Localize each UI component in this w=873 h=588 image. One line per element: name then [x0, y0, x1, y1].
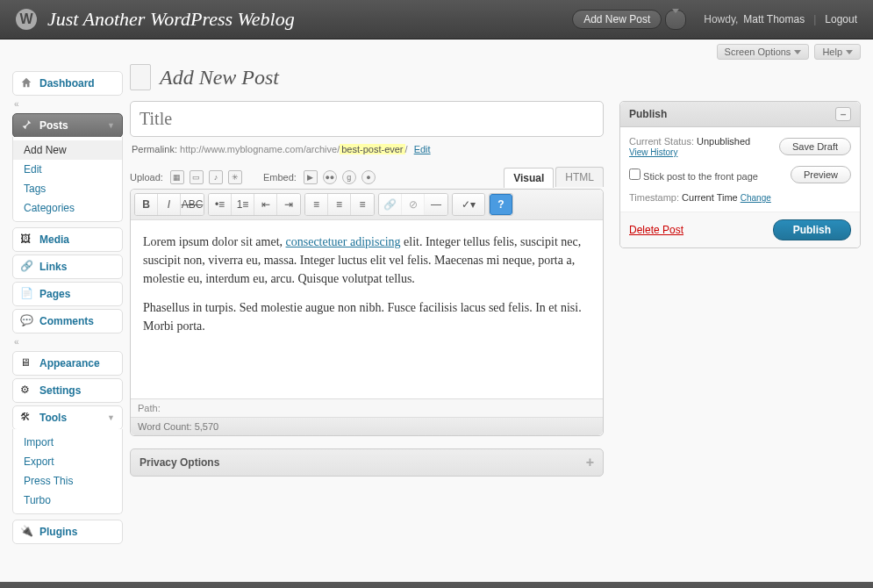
stick-post-checkbox[interactable] — [629, 169, 640, 180]
sidebar-item-label: Media — [39, 233, 115, 246]
add-new-post-label: Add New Post — [583, 13, 650, 25]
sidebar-item-label: Posts — [39, 119, 107, 132]
sidebar-item-tools[interactable]: 🛠Tools▼ — [12, 405, 123, 430]
help-button[interactable]: Help — [814, 44, 861, 60]
add-new-post-header-button[interactable]: Add New Post — [572, 10, 662, 29]
sidebar-item-comments[interactable]: 💬Comments — [12, 309, 123, 333]
sidebar-item-plugins[interactable]: 🔌Plugins — [12, 520, 123, 544]
submenu-item-import[interactable]: Import — [13, 433, 122, 452]
bullet-list-button[interactable]: •≡ — [209, 194, 232, 215]
editor-text: Lorem ipsum dolor sit amet, — [143, 235, 286, 248]
embed-other-icon[interactable]: ● — [361, 170, 376, 184]
upload-image-icon[interactable]: ▦ — [170, 170, 184, 184]
sidebar-item-label: Dashboard — [39, 77, 115, 90]
sidebar-item-appearance[interactable]: 🖥Appearance — [12, 351, 123, 376]
main-content: Add New Post Permalink: http://www.myblo… — [123, 64, 873, 494]
chevron-down-icon — [794, 50, 801, 54]
post-title-input[interactable] — [130, 101, 604, 137]
italic-button[interactable]: I — [158, 194, 181, 215]
username-link[interactable]: Matt Thomas — [743, 13, 805, 25]
delete-post-link[interactable]: Delete Post — [629, 224, 683, 236]
stick-post-text: Stick post to the front page — [643, 171, 758, 182]
indent-button[interactable]: ⇥ — [277, 194, 300, 215]
privacy-heading: Privacy Options — [140, 456, 219, 469]
privacy-options-panel[interactable]: Privacy Options + — [130, 448, 604, 477]
path-label: Path: — [138, 403, 161, 413]
bold-button[interactable]: B — [135, 194, 158, 215]
editor-content[interactable]: Lorem ipsum dolor sit amet, consectetuer… — [131, 220, 603, 398]
embed-label: Embed: — [263, 172, 297, 183]
preview-button[interactable]: Preview — [791, 166, 851, 183]
sidebar-item-media[interactable]: 🖼Media — [12, 227, 123, 252]
submenu-item-tags[interactable]: Tags — [13, 179, 122, 198]
sidebar-item-label: Links — [39, 261, 115, 273]
permalink-row: Permalink: http://www.myblogname.com/arc… — [132, 144, 602, 154]
media-icon: 🖼 — [20, 233, 34, 247]
number-list-button[interactable]: 1≡ — [232, 194, 254, 215]
view-history-link[interactable]: View History — [629, 147, 677, 157]
editor-help-button[interactable]: ? — [490, 194, 512, 215]
sidebar-item-dashboard[interactable]: Dashboard — [12, 71, 123, 96]
collapse-menu-icon[interactable]: « — [14, 337, 25, 348]
sidebar-item-label: Tools — [39, 412, 107, 424]
embed-flickr-icon[interactable]: ●● — [323, 170, 337, 184]
unlink-button[interactable]: ⊘ — [402, 194, 425, 215]
chevron-down-icon — [672, 9, 679, 26]
publish-panel: Publish – Current Status: Unpublished Vi… — [619, 101, 861, 248]
permalink-slug[interactable]: best-post-ever — [340, 144, 404, 154]
upload-video-icon[interactable]: ▭ — [190, 170, 204, 184]
editor-text: Phasellus in turpis. Sed molestie augue … — [143, 298, 590, 335]
embed-google-icon[interactable]: g — [342, 170, 356, 184]
gear-icon: ⚙ — [20, 384, 34, 398]
separator: | — [813, 13, 816, 25]
add-new-dropdown-button[interactable] — [665, 10, 686, 30]
screen-options-button[interactable]: Screen Options — [717, 44, 810, 60]
align-center-button[interactable]: ≡ — [328, 194, 351, 215]
collapse-toggle-icon[interactable]: – — [835, 107, 851, 121]
submenu-item-edit[interactable]: Edit — [13, 160, 122, 179]
strike-button[interactable]: ABC — [181, 194, 204, 215]
align-left-button[interactable]: ≡ — [305, 194, 328, 215]
page-title: Add New Post — [160, 66, 279, 90]
publish-panel-header[interactable]: Publish – — [620, 102, 860, 127]
permalink-base: http://www.myblogname.com/archive/ — [180, 144, 340, 154]
permalink-tail: / — [405, 144, 408, 154]
plugin-icon: 🔌 — [20, 525, 34, 539]
collapse-menu-icon[interactable]: « — [14, 99, 25, 110]
upload-media-icon[interactable]: ✳ — [228, 170, 242, 184]
save-draft-button[interactable]: Save Draft — [779, 138, 851, 155]
timestamp-value: Current Time — [682, 192, 738, 203]
logout-link[interactable]: Logout — [825, 13, 857, 25]
editor-mode-tabs: Visual HTML — [502, 167, 604, 187]
more-button[interactable]: — — [425, 194, 447, 215]
submenu-item-turbo[interactable]: Turbo — [13, 491, 122, 510]
align-right-button[interactable]: ≡ — [351, 194, 374, 215]
sidebar-item-pages[interactable]: 📄Pages — [12, 282, 123, 306]
status-value: Unpublished — [697, 136, 750, 147]
expand-plus-icon[interactable]: + — [586, 455, 594, 470]
outdent-button[interactable]: ⇤ — [254, 194, 277, 215]
spellcheck-button[interactable]: ✓▾ — [453, 194, 484, 215]
stick-post-label[interactable]: Stick post to the front page — [629, 171, 758, 182]
submenu-item-export[interactable]: Export — [13, 452, 122, 471]
tab-visual[interactable]: Visual — [504, 168, 554, 188]
edit-permalink-link[interactable]: Edit — [414, 144, 431, 154]
upload-audio-icon[interactable]: ♪ — [209, 170, 223, 184]
screen-meta-bar: Screen Options Help — [0, 39, 873, 64]
wordpress-logo-icon[interactable]: W — [16, 9, 37, 30]
publish-button[interactable]: Publish — [773, 219, 851, 240]
tab-html[interactable]: HTML — [555, 167, 604, 187]
submenu-item-categories[interactable]: Categories — [13, 198, 122, 218]
help-label: Help — [822, 47, 842, 57]
submenu-item-add-new[interactable]: Add New — [13, 140, 122, 160]
editor-link[interactable]: consectetuer adipiscing — [286, 235, 401, 248]
embed-youtube-icon[interactable]: ▶ — [304, 170, 318, 184]
site-title[interactable]: Just Another WordPress Weblog — [47, 8, 572, 31]
sidebar-item-links[interactable]: 🔗Links — [12, 255, 123, 279]
sidebar-item-posts[interactable]: Posts ▼ — [12, 113, 123, 138]
sidebar-item-label: Plugins — [39, 526, 115, 538]
sidebar-item-settings[interactable]: ⚙Settings — [12, 378, 123, 403]
change-timestamp-link[interactable]: Change — [741, 193, 771, 203]
link-button[interactable]: 🔗 — [379, 194, 402, 215]
submenu-item-press-this[interactable]: Press This — [13, 471, 122, 491]
